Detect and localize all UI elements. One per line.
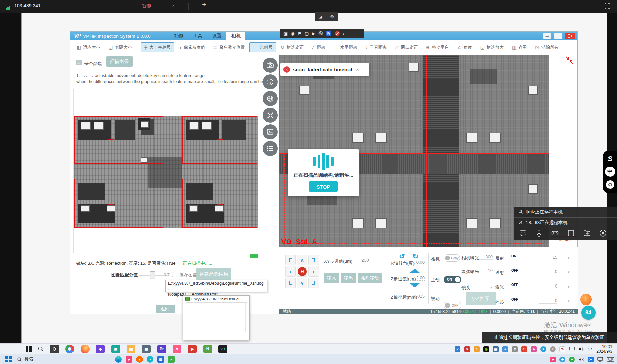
new-tab-button[interactable]: + <box>202 1 206 9</box>
tray-shield[interactable]: ✓ <box>455 346 460 352</box>
tray-telegram[interactable]: ✈ <box>559 357 565 362</box>
cast-icon[interactable]: ▣ <box>283 31 288 36</box>
home-button[interactable]: H <box>297 266 307 277</box>
camera-mode-toggle[interactable]: Gray <box>444 254 460 262</box>
focus-checkbox[interactable]: ✓ <box>76 60 82 65</box>
block-icon[interactable] <box>335 31 340 36</box>
xy-step-value[interactable]: 200 <box>354 258 376 263</box>
taskbar-app-capcut[interactable]: ◆ <box>96 345 105 353</box>
focus-laser-button[interactable]: ≣聚焦激光位置 <box>210 42 248 52</box>
vptek-maximize-button[interactable]: □ <box>554 33 562 39</box>
move-right-button[interactable]: › <box>308 266 319 277</box>
tab-smart[interactable]: 智能 <box>142 3 151 9</box>
gamepad-icon[interactable] <box>551 229 559 237</box>
light-toggle[interactable]: OFF <box>511 268 529 276</box>
tray-c-app[interactable]: C <box>550 346 556 352</box>
tray-sunlogin[interactable]: ➤ <box>588 357 594 362</box>
close-circle-icon[interactable]: ⊗ <box>330 14 334 19</box>
folder-share-icon[interactable] <box>583 229 591 237</box>
tray-transfer[interactable]: ⇅ <box>559 346 565 352</box>
taskbar-app-notepadpp[interactable]: N <box>203 345 212 353</box>
vptek-tab[interactable]: 设置 <box>207 32 226 40</box>
light-caret-icon[interactable]: ▾ <box>568 256 570 260</box>
region-icon[interactable]: ▢ <box>305 31 309 36</box>
focus-exposure-value[interactable]: 10 <box>479 268 493 273</box>
v-distance-button[interactable]: ↕垂直距离 <box>362 42 390 52</box>
search-icon[interactable] <box>38 346 44 352</box>
light-caret-icon[interactable]: ▾ <box>568 299 570 304</box>
z-home-button[interactable]: 小Z回零 <box>466 292 496 305</box>
taskbar-app-firefox[interactable] <box>81 345 90 353</box>
light-toggle[interactable]: OFF <box>511 283 529 291</box>
network-icon[interactable] <box>597 357 603 362</box>
save-image-button[interactable]: ▥存图 <box>508 42 530 52</box>
box-zoom-button[interactable]: ◲框选放大 <box>477 42 507 52</box>
taskbar-preview-popup[interactable]: E:\xyy\4.3.7_IRIS\bin\Debug\... <box>183 295 250 340</box>
search-label[interactable]: 搜索 <box>25 356 33 362</box>
h-distance-button[interactable]: ↔水平距离 <box>330 42 361 52</box>
light-toggle[interactable]: ON <box>511 254 529 262</box>
vptek-tab[interactable]: 相机 <box>226 32 245 40</box>
create-structure-button[interactable]: 创建晶圆结构 <box>196 268 231 280</box>
tray-cam[interactable]: ▣ <box>493 346 499 352</box>
tray-pink[interactable]: ➤ <box>550 357 556 362</box>
tray-blue[interactable]: ■ <box>502 346 508 352</box>
vptek-tab[interactable]: 工具 <box>188 32 207 40</box>
blade-cross-icon[interactable] <box>263 108 278 123</box>
move-down-left-button[interactable] <box>285 278 296 288</box>
vptek-tab[interactable]: 功能 <box>169 32 188 40</box>
tab-close-icon[interactable]: × <box>172 3 175 8</box>
taskbar-app-capture[interactable]: ▣ <box>111 345 120 353</box>
stop-button[interactable]: STOP <box>309 181 338 192</box>
tray-nvidia[interactable]: ◉ <box>483 346 489 352</box>
taskbar-app-edge[interactable] <box>115 356 122 363</box>
feature-rect-bl[interactable] <box>74 179 163 228</box>
z-step-down-icon[interactable] <box>410 283 420 288</box>
distance-button[interactable]: ╱距离 <box>308 42 328 52</box>
move-in-button[interactable]: 移入 <box>324 273 339 283</box>
search-icon[interactable] <box>17 357 22 362</box>
list-icon[interactable] <box>263 141 278 156</box>
pixel-gray-button[interactable]: ◑像素灰度值 <box>175 42 208 52</box>
grid-globe-icon[interactable] <box>263 74 278 89</box>
angle-button[interactable]: ∠角度 <box>454 42 475 52</box>
popup-thumbnail[interactable] <box>186 302 247 332</box>
light-caret-icon[interactable]: ▾ <box>568 284 570 289</box>
image-icon[interactable] <box>263 124 278 139</box>
scale-ruler-button[interactable]: —比例尺 <box>249 42 276 52</box>
relative-move-button[interactable]: 相对移动 <box>358 273 382 283</box>
vptek-minimize-button[interactable]: — <box>543 33 551 39</box>
keyboard-icon[interactable] <box>607 357 614 362</box>
tray-telegram[interactable]: ✈ <box>540 346 546 352</box>
start-button[interactable] <box>5 356 12 362</box>
tray-h-app[interactable]: h <box>474 346 480 352</box>
taskbar-app-chrome[interactable] <box>65 345 74 353</box>
taskbar-app-premiere[interactable]: Pr <box>157 345 166 353</box>
lang-ball[interactable]: 中 <box>605 167 615 177</box>
box-rotate-button[interactable]: ↻框选旋正 <box>277 42 307 52</box>
taskbar-app-camera[interactable] <box>50 345 59 353</box>
lang-indicator[interactable]: 中 <box>588 346 592 352</box>
taskbar-app-folder[interactable] <box>127 345 135 353</box>
alert-bubble[interactable]: ! <box>580 294 592 305</box>
toast-close-icon[interactable]: × <box>356 67 359 72</box>
move-left-button[interactable]: ‹ <box>285 266 296 277</box>
z-step-up-icon[interactable] <box>410 268 420 273</box>
save-strip-checkbox[interactable] <box>172 272 177 277</box>
slider-knob[interactable] <box>150 271 155 279</box>
light-value[interactable]: 0 <box>539 298 557 304</box>
accessibility-icon[interactable]: ♿ <box>326 31 331 36</box>
count-bubble[interactable]: 84 <box>581 306 596 320</box>
collapse-view-icon[interactable] <box>565 56 574 65</box>
globe-icon[interactable] <box>263 91 278 106</box>
collapse-icon[interactable]: ‹ <box>343 31 344 36</box>
move-up-button[interactable]: ∧ <box>297 255 307 265</box>
whiteboard-icon[interactable]: Ⓦ <box>319 31 323 37</box>
exposure-value[interactable]: 300 <box>479 254 493 260</box>
camera-icon[interactable]: ◉ <box>291 31 294 36</box>
move-up-left-button[interactable] <box>285 255 296 265</box>
lens-caret-icon[interactable]: ▾ <box>490 285 492 290</box>
move-stage-button[interactable]: ⊕移动平台 <box>423 42 453 52</box>
r-angle-value[interactable]: 0.00 <box>405 260 425 265</box>
move-down-button[interactable]: ∨ <box>297 278 307 288</box>
